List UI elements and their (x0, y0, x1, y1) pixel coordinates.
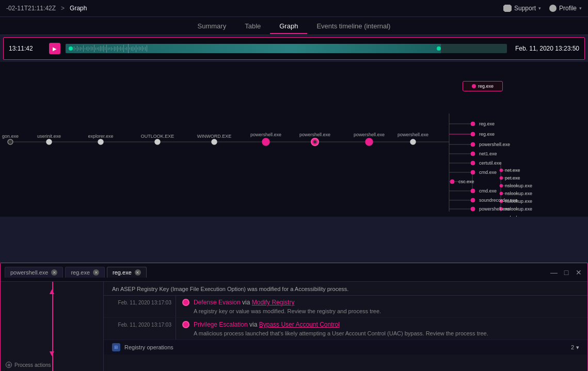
panel-tabs: powershell.exe ✕ reg.exe ✕ reg.exe ✕ — □… (1, 263, 587, 282)
topbar: -02-11T21:11:42Z > Graph Support ▾ Profi… (0, 0, 588, 17)
timeline-arrow-down: ▼ (48, 349, 56, 358)
svg-text:explorer.exe: explorer.exe (88, 134, 113, 139)
svg-text:powershell.exe: powershell.exe (479, 142, 510, 147)
profile-button[interactable]: Profile ▾ (549, 5, 582, 12)
registry-ops-label: Registry operations (124, 344, 173, 350)
alert-intro-text: An ASEP Registry Key (Image File Executi… (104, 282, 587, 296)
alert-row-1: Feb. 11, 2020 13:17:03 Defense Evasion v… (104, 296, 587, 318)
panel-left-timeline: ▲ ▼ ⊕ Process actions (1, 282, 104, 371)
svg-point-59 (500, 184, 503, 187)
svg-point-65 (500, 207, 503, 211)
alert-2-link[interactable]: Bypass User Account Control (259, 321, 340, 328)
profile-chevron: ▾ (579, 6, 582, 11)
panel-tab-reg2-label: reg.exe (113, 269, 132, 276)
support-icon (503, 5, 512, 12)
timeline-time-right: Feb. 11, 2020 13:23:50 (512, 45, 579, 52)
breadcrumb-page: Graph (70, 5, 87, 12)
registry-ops-icon: ⊞ (112, 343, 120, 351)
panel-main: An ASEP Registry Key (Image File Executi… (104, 282, 587, 371)
svg-point-1 (8, 139, 13, 144)
alert-1-timestamp: Feb. 11, 2020 13:17:03 (104, 296, 176, 317)
alert-1-via: via (242, 299, 252, 306)
tab-table[interactable]: Table (235, 18, 270, 34)
highlighted-node-label: reg.exe (478, 84, 494, 89)
panel-controls: — □ ✕ (549, 268, 583, 277)
alert-1-link[interactable]: Modify Registry (252, 299, 295, 306)
registry-ops-row[interactable]: ⊞ Registry operations 2 ▾ (104, 340, 587, 354)
alert-1-indicator (182, 299, 189, 306)
panel-tab-reg2[interactable]: reg.exe ✕ (107, 267, 147, 278)
svg-text:net.exe: net.exe (505, 168, 520, 173)
svg-point-7 (155, 139, 160, 144)
alert-2-timestamp: Feb. 11, 2020 13:17:03 (104, 318, 176, 340)
svg-line-71 (473, 200, 519, 214)
registry-ops-left: ⊞ Registry operations (112, 343, 173, 351)
svg-point-63 (500, 200, 503, 203)
alert-2-title: Privilege Escalation via Bypass User Acc… (194, 321, 340, 328)
panel-content: ▲ ▼ ⊕ Process actions An ASEP Registry K… (1, 282, 587, 371)
alert-2-indicator (182, 321, 189, 328)
svg-point-14 (313, 140, 316, 143)
svg-point-47 (471, 161, 475, 165)
registry-ops-chevron: ▾ (576, 344, 579, 351)
support-button[interactable]: Support ▾ (503, 5, 541, 12)
process-actions[interactable]: ⊕ Process actions (6, 362, 51, 368)
panel-close-button[interactable]: ✕ (574, 268, 583, 277)
svg-point-18 (410, 139, 416, 144)
play-button[interactable]: ▶ (49, 43, 60, 54)
alert-1-title: Defense Evasion via Modify Registry (194, 299, 294, 306)
panel-tab-reg1[interactable]: reg.exe ✕ (65, 267, 105, 278)
svg-point-16 (365, 138, 373, 146)
topbar-right: Support ▾ Profile ▾ (503, 5, 582, 12)
svg-text:cmd.exe: cmd.exe (479, 188, 497, 193)
timeline-bar: 13:11:42 ▶ Feb. 11, 2020 13:23:50 (3, 37, 585, 60)
process-actions-icon: ⊕ (6, 362, 12, 368)
alert-2-via: via (249, 321, 259, 328)
svg-point-3 (46, 139, 52, 144)
support-label: Support (514, 5, 536, 12)
panel-tab-reg2-close[interactable]: ✕ (135, 269, 141, 276)
svg-text:powershell.exe: powershell.exe (299, 132, 330, 137)
svg-point-45 (471, 152, 475, 156)
svg-text:nslookup.exe: nslookup.exe (505, 199, 532, 204)
svg-text:csc.exe: csc.exe (458, 179, 474, 184)
svg-text:certutil.exe: certutil.exe (479, 160, 502, 166)
svg-point-11 (262, 138, 269, 146)
panel-minimize-button[interactable]: — (549, 268, 559, 277)
panel-tab-powershell-label: powershell.exe (10, 269, 48, 276)
svg-point-55 (500, 169, 503, 172)
svg-point-5 (98, 139, 103, 144)
svg-point-51 (450, 180, 454, 184)
support-chevron: ▾ (538, 6, 541, 11)
alert-1-description: A registry key or value was modified. Re… (182, 308, 581, 314)
alert-2-content: Privilege Escalation via Bypass User Acc… (176, 318, 587, 340)
timeline-spikes (66, 44, 507, 53)
profile-label: Profile (559, 5, 577, 12)
alert-1-content: Defense Evasion via Modify Registry A re… (176, 296, 587, 317)
svg-text:userinit.exe: userinit.exe (37, 134, 61, 139)
svg-text:powershell.exe: powershell.exe (479, 206, 510, 212)
svg-text:powershell.exe: powershell.exe (398, 132, 428, 137)
nav-tabs: Summary Table Graph Events timeline (int… (0, 17, 588, 35)
svg-text:nslookup.exe: nslookup.exe (505, 183, 532, 188)
registry-ops-count: 2 ▾ (571, 344, 579, 351)
svg-point-9 (212, 139, 217, 144)
svg-point-67 (471, 198, 475, 202)
panel-maximize-button[interactable]: □ (562, 268, 571, 277)
svg-text:nslookup.exe: nslookup.exe (505, 191, 532, 196)
svg-point-49 (471, 170, 475, 174)
timeline-track[interactable] (66, 44, 507, 53)
tab-summary[interactable]: Summary (188, 18, 236, 34)
svg-point-41 (471, 132, 475, 136)
alert-2-description: A malicious process launched that's like… (182, 330, 581, 336)
tab-graph[interactable]: Graph (270, 18, 307, 34)
svg-text:pet.exe: pet.exe (505, 175, 520, 181)
panel-tab-powershell-close[interactable]: ✕ (51, 269, 57, 276)
panel-tab-powershell[interactable]: powershell.exe ✕ (5, 267, 63, 278)
alert-1-header: Defense Evasion via Modify Registry (182, 299, 581, 306)
profile-icon (549, 5, 557, 12)
panel-tab-reg1-close[interactable]: ✕ (93, 269, 99, 276)
tab-events[interactable]: Events timeline (internal) (307, 18, 400, 34)
timeline-time-left: 13:11:42 (9, 45, 44, 52)
alert-row-2: Feb. 11, 2020 13:17:03 Privilege Escalat… (104, 318, 587, 340)
